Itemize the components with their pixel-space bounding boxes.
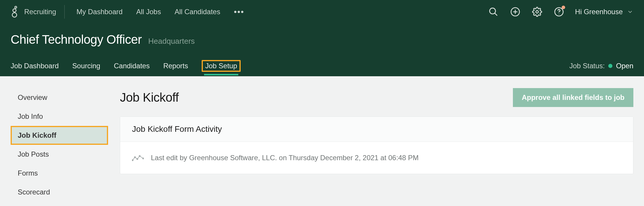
notification-dot-icon — [562, 6, 565, 9]
svg-point-11 — [132, 160, 133, 161]
svg-point-12 — [134, 157, 136, 158]
nav-my-dashboard[interactable]: My Dashboard — [76, 8, 123, 16]
sidebar-item-forms[interactable]: Forms — [11, 164, 108, 183]
svg-point-14 — [139, 155, 140, 157]
primary-nav: My Dashboard All Jobs All Candidates ••• — [76, 7, 244, 17]
nav-more-icon[interactable]: ••• — [234, 7, 244, 17]
svg-point-8 — [536, 11, 538, 13]
job-title-bar: Chief Technology Officer Headquarters — [11, 33, 633, 47]
main-content: Job Kickoff Approve all linked fields to… — [120, 88, 633, 206]
sidebar-item-job-info[interactable]: Job Info — [11, 107, 108, 126]
sidebar: Overview Job Info Job Kickoff Job Posts … — [11, 88, 108, 206]
job-status-value: Open — [616, 62, 633, 70]
svg-point-2 — [12, 13, 17, 17]
activity-text: Last edit by Greenhouse Software, LLC. o… — [151, 154, 419, 162]
job-status-label: Job Status: — [569, 62, 605, 70]
activity-chart-icon — [132, 154, 144, 161]
tab-candidates[interactable]: Candidates — [114, 60, 150, 72]
svg-point-3 — [490, 8, 495, 14]
app-header: Recruiting My Dashboard All Jobs All Can… — [0, 0, 644, 76]
tab-reports[interactable]: Reports — [163, 60, 188, 72]
activity-card: Job Kickoff Form Activity Last edit by G… — [120, 116, 633, 174]
sidebar-item-interview-plan[interactable]: Interview Plan — [11, 202, 108, 206]
sidebar-item-job-kickoff[interactable]: Job Kickoff — [11, 126, 108, 145]
page-title: Job Kickoff — [120, 90, 179, 105]
help-icon[interactable] — [553, 6, 565, 17]
gear-icon[interactable] — [531, 6, 543, 17]
top-nav-right: Hi Greenhouse — [488, 6, 633, 17]
status-dot-icon — [608, 64, 612, 68]
job-subtabs: Job Dashboard Sourcing Candidates Report… — [11, 60, 241, 72]
svg-line-4 — [495, 13, 497, 16]
approve-all-button[interactable]: Approve all linked fields to job — [513, 88, 633, 107]
nav-all-candidates[interactable]: All Candidates — [175, 8, 220, 16]
tab-job-dashboard[interactable]: Job Dashboard — [11, 60, 59, 72]
nav-all-jobs[interactable]: All Jobs — [136, 8, 161, 16]
greeting-text: Hi Greenhouse — [575, 8, 623, 16]
job-status: Job Status: Open — [569, 62, 633, 70]
svg-point-13 — [137, 158, 138, 160]
sidebar-item-job-posts[interactable]: Job Posts — [11, 145, 108, 164]
main-header: Job Kickoff Approve all linked fields to… — [120, 88, 633, 107]
page-body: Overview Job Info Job Kickoff Job Posts … — [0, 76, 644, 206]
svg-point-1 — [13, 9, 16, 12]
search-icon[interactable] — [488, 6, 499, 17]
activity-card-title: Job Kickoff Form Activity — [120, 117, 633, 142]
user-menu[interactable]: Hi Greenhouse — [575, 8, 633, 16]
job-subtabs-row: Job Dashboard Sourcing Candidates Report… — [11, 56, 633, 76]
activity-card-body: Last edit by Greenhouse Software, LLC. o… — [120, 142, 633, 174]
svg-point-0 — [15, 7, 17, 8]
sidebar-item-scorecard[interactable]: Scorecard — [11, 183, 108, 202]
top-nav: Recruiting My Dashboard All Jobs All Can… — [11, 0, 633, 24]
chevron-down-icon — [627, 9, 633, 15]
sidebar-item-overview[interactable]: Overview — [11, 88, 108, 107]
brand-section: Recruiting — [11, 5, 65, 19]
brand-label[interactable]: Recruiting — [24, 8, 56, 16]
tab-job-setup[interactable]: Job Setup — [202, 60, 241, 72]
job-title: Chief Technology Officer — [11, 33, 142, 47]
tab-sourcing[interactable]: Sourcing — [72, 60, 100, 72]
svg-point-15 — [143, 158, 144, 159]
greenhouse-logo-icon — [11, 6, 18, 18]
svg-point-10 — [558, 14, 559, 14]
job-location: Headquarters — [148, 37, 195, 46]
add-icon[interactable] — [510, 6, 521, 17]
